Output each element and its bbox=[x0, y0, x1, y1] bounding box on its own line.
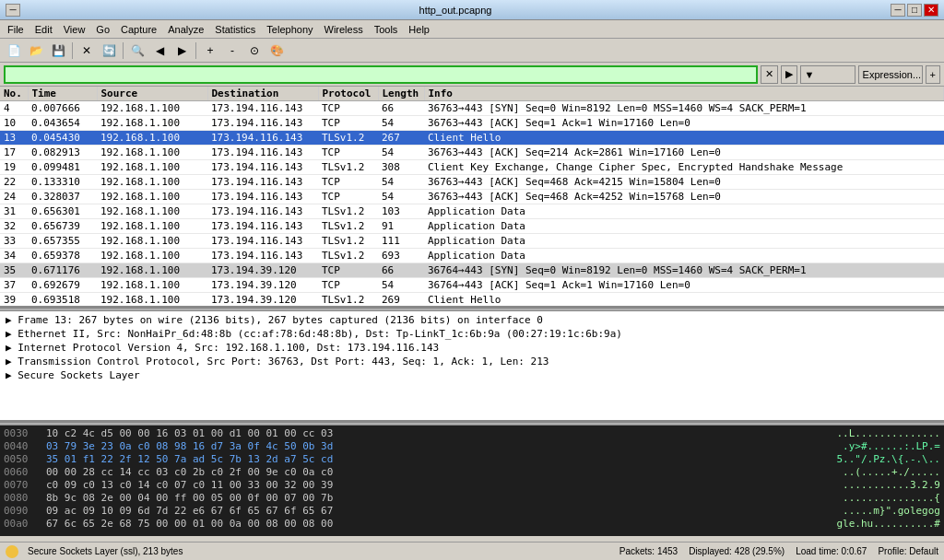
toolbar-sep-3 bbox=[195, 42, 196, 59]
table-row[interactable]: 130.045430192.168.1.100173.194.116.143TL… bbox=[0, 131, 944, 146]
find-button[interactable]: 🔍 bbox=[127, 41, 148, 61]
new-button[interactable]: 📄 bbox=[4, 41, 24, 61]
window-title: http_out.pcapng bbox=[20, 5, 891, 16]
detail-row[interactable]: ▶ Frame 13: 267 bytes on wire (2136 bits… bbox=[0, 313, 944, 327]
menu-item-edit[interactable]: Edit bbox=[30, 22, 58, 37]
ssl-icon bbox=[6, 545, 18, 558]
hex-row: 006000 00 28 cc 14 cc 03 c0 2b c0 2f 00 … bbox=[4, 466, 940, 479]
packet-table-header: No. Time Source Destination Protocol Len… bbox=[0, 87, 944, 101]
packet-list[interactable]: No. Time Source Destination Protocol Len… bbox=[0, 87, 944, 308]
minimize-button[interactable]: ─ bbox=[891, 4, 905, 17]
table-row[interactable]: 240.328037192.168.1.100173.194.116.143TC… bbox=[0, 190, 944, 204]
table-row[interactable]: 430.710588192.168.1.100173.194.39.120TCP… bbox=[0, 308, 944, 309]
load-time: Load time: 0:0.67 bbox=[796, 546, 867, 556]
packet-tbody: 40.007666192.168.1.100173.194.116.143TCP… bbox=[0, 101, 944, 309]
toolbar-sep-2 bbox=[123, 42, 124, 59]
table-row[interactable]: 220.133310192.168.1.100173.194.116.143TC… bbox=[0, 175, 944, 190]
statusbar: Secure Sockets Layer (ssl), 213 bytes Pa… bbox=[0, 542, 944, 560]
filter-input[interactable]: tcp.dstport ==443 bbox=[4, 65, 758, 84]
menu-item-wireless[interactable]: Wireless bbox=[319, 22, 369, 37]
filter-plus-button[interactable]: + bbox=[926, 65, 940, 84]
col-info[interactable]: Info bbox=[424, 87, 944, 101]
filter-apply-button[interactable]: ▶ bbox=[781, 65, 797, 84]
col-protocol[interactable]: Protocol bbox=[318, 87, 378, 101]
packet-table: No. Time Source Destination Protocol Len… bbox=[0, 87, 944, 308]
detail-row[interactable]: ▶ Secure Sockets Layer bbox=[0, 368, 944, 382]
hex-left-panel: 003010 c2 4c d5 00 00 16 03 01 00 d1 00 … bbox=[0, 426, 944, 536]
table-row[interactable]: 390.693518192.168.1.100173.194.39.120TLS… bbox=[0, 293, 944, 308]
close-button[interactable]: ✕ bbox=[924, 4, 938, 17]
detail-row[interactable]: ▶ Transmission Control Protocol, Src Por… bbox=[0, 355, 944, 368]
zoom-in-button[interactable]: + bbox=[200, 41, 220, 61]
menu-item-view[interactable]: View bbox=[58, 22, 91, 37]
menu-item-file[interactable]: File bbox=[2, 22, 30, 37]
packets-count: Packets: 1453 bbox=[620, 546, 678, 556]
filter-clear-button[interactable]: ✕ bbox=[761, 65, 778, 84]
col-destination[interactable]: Destination bbox=[207, 87, 318, 101]
titlebar: ─ http_out.pcapng ─ □ ✕ bbox=[0, 0, 944, 20]
table-row[interactable]: 320.656739192.168.1.100173.194.116.143TL… bbox=[0, 219, 944, 234]
hex-row: 00a067 6c 65 2e 68 75 00 00 01 00 0a 00 … bbox=[4, 518, 940, 531]
filter-save-button[interactable]: ▼ bbox=[800, 65, 856, 84]
menu-item-help[interactable]: Help bbox=[403, 22, 435, 37]
open-button[interactable]: 📂 bbox=[26, 41, 46, 61]
hex-row: 005035 01 f1 22 2f 12 50 7a ad 5c 7b 13 … bbox=[4, 453, 940, 466]
menu-item-telephony[interactable]: Telephony bbox=[261, 22, 318, 37]
hex-row: 004003 79 3e 23 0a c0 08 98 16 d7 3a 0f … bbox=[4, 440, 940, 453]
col-time[interactable]: Time bbox=[28, 87, 97, 101]
filterbar: tcp.dstport ==443 ✕ ▶ ▼ Expression... + bbox=[0, 63, 944, 87]
table-row[interactable]: 350.671176192.168.1.100173.194.39.120TCP… bbox=[0, 263, 944, 278]
detail-row[interactable]: ▶ Ethernet II, Src: NonHaiPr_6d:48:8b (c… bbox=[0, 327, 944, 341]
toolbar-sep-1 bbox=[72, 42, 73, 59]
expression-button[interactable]: Expression... bbox=[858, 65, 923, 84]
col-length[interactable]: Length bbox=[378, 87, 424, 101]
hex-row: 003010 c2 4c d5 00 00 16 03 01 00 d1 00 … bbox=[4, 427, 940, 440]
profile: Profile: Default bbox=[878, 546, 938, 556]
menu-item-go[interactable]: Go bbox=[90, 22, 115, 37]
hex-row: 0070c0 09 c0 13 c0 14 c0 07 c0 11 00 33 … bbox=[4, 479, 940, 492]
displayed-count: Displayed: 428 (29.5%) bbox=[689, 546, 785, 556]
ssl-status: Secure Sockets Layer (ssl), 213 bytes bbox=[28, 546, 183, 556]
colorize-button[interactable]: 🎨 bbox=[266, 41, 287, 61]
table-row[interactable]: 330.657355192.168.1.100173.194.116.143TL… bbox=[0, 234, 944, 249]
detail-row[interactable]: ▶ Internet Protocol Version 4, Src: 192.… bbox=[0, 341, 944, 355]
prev-button[interactable]: ◀ bbox=[149, 41, 170, 61]
table-row[interactable]: 370.692679192.168.1.100173.194.39.120TCP… bbox=[0, 278, 944, 293]
packet-detail: ▶ Frame 13: 267 bytes on wire (2136 bits… bbox=[0, 311, 944, 422]
zoom-reset-button[interactable]: ⊙ bbox=[244, 41, 265, 61]
menu-item-capture[interactable]: Capture bbox=[115, 22, 162, 37]
toolbar: 📄 📂 💾 ✕ 🔄 🔍 ◀ ▶ + - ⊙ 🎨 bbox=[0, 39, 944, 63]
reload-button[interactable]: 🔄 bbox=[99, 41, 119, 61]
table-row[interactable]: 40.007666192.168.1.100173.194.116.143TCP… bbox=[0, 101, 944, 116]
menu-item-analyze[interactable]: Analyze bbox=[162, 22, 209, 37]
save-button[interactable]: 💾 bbox=[48, 41, 68, 61]
col-source[interactable]: Source bbox=[97, 87, 207, 101]
zoom-out-button[interactable]: - bbox=[222, 41, 242, 61]
menu-item-statistics[interactable]: Statistics bbox=[209, 22, 261, 37]
hex-row: 009009 ac 09 10 09 6d 7d 22 e6 67 6f 65 … bbox=[4, 505, 940, 518]
hex-dump: 003010 c2 4c d5 00 00 16 03 01 00 d1 00 … bbox=[0, 426, 944, 536]
maximize-button[interactable]: □ bbox=[907, 4, 922, 17]
menu-item-tools[interactable]: Tools bbox=[369, 22, 404, 37]
col-no[interactable]: No. bbox=[0, 87, 28, 101]
close-capture-button[interactable]: ✕ bbox=[77, 41, 97, 61]
table-row[interactable]: 170.082913192.168.1.100173.194.116.143TC… bbox=[0, 146, 944, 160]
table-row[interactable]: 190.099481192.168.1.100173.194.116.143TL… bbox=[0, 160, 944, 175]
table-row[interactable]: 310.656301192.168.1.100173.194.116.143TL… bbox=[0, 204, 944, 219]
next-button[interactable]: ▶ bbox=[171, 41, 192, 61]
minimize-button[interactable]: ─ bbox=[6, 4, 20, 17]
table-row[interactable]: 340.659378192.168.1.100173.194.116.143TL… bbox=[0, 249, 944, 263]
hex-row: 00808b 9c 08 2e 00 04 00 ff 00 05 00 0f … bbox=[4, 492, 940, 505]
menubar: FileEditViewGoCaptureAnalyzeStatisticsTe… bbox=[0, 20, 944, 39]
table-row[interactable]: 100.043654192.168.1.100173.194.116.143TC… bbox=[0, 116, 944, 131]
